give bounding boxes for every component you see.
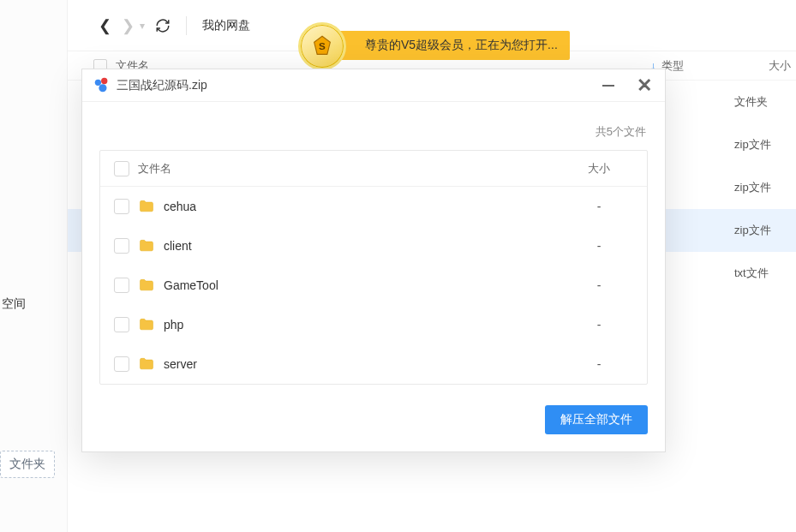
row-checkbox[interactable]: [114, 199, 129, 214]
refresh-icon[interactable]: [155, 18, 171, 33]
close-icon[interactable]: ✕: [634, 75, 655, 96]
row-type: zip文件: [734, 180, 771, 195]
vip-medal-icon: S: [298, 22, 346, 70]
folder-icon: [138, 237, 155, 254]
folder-icon: [138, 198, 155, 215]
row-type: zip文件: [734, 223, 771, 238]
row-type: txt文件: [734, 266, 769, 281]
row-name: php: [164, 318, 565, 332]
row-name: server: [164, 357, 565, 371]
list-item[interactable]: server -: [100, 344, 647, 384]
modal-title: 三国战纪源码.zip: [117, 78, 207, 93]
minimize-icon[interactable]: [598, 75, 619, 96]
row-checkbox[interactable]: [114, 238, 129, 254]
svg-point-1: [95, 79, 101, 85]
modal-table-header: 文件名 大小: [100, 151, 647, 187]
row-name: GameTool: [164, 278, 565, 292]
modal-select-all-checkbox[interactable]: [114, 161, 129, 176]
list-item[interactable]: cehua -: [100, 187, 647, 226]
nav-forward-icon[interactable]: ❯: [117, 13, 140, 39]
folder-icon: [138, 277, 155, 294]
zip-preview-modal: 三国战纪源码.zip ✕ 共5个文件 文件名 大小 cehua -: [81, 69, 666, 452]
list-item[interactable]: php -: [100, 305, 647, 344]
svg-text:S: S: [319, 40, 326, 51]
row-size: -: [565, 200, 633, 213]
breadcrumb[interactable]: 我的网盘: [202, 18, 250, 33]
list-item[interactable]: client -: [100, 226, 647, 266]
column-size[interactable]: 大小: [745, 58, 796, 74]
list-item[interactable]: GameTool -: [100, 266, 647, 305]
modal-summary: 共5个文件: [82, 102, 665, 150]
row-size: -: [565, 318, 633, 332]
vip-banner-text: 尊贵的V5超级会员，正在为您打开...: [365, 38, 558, 53]
svg-point-3: [99, 84, 106, 92]
row-type: zip文件: [734, 137, 771, 152]
modal-footer: 解压全部文件: [82, 398, 665, 451]
row-checkbox[interactable]: [114, 317, 129, 332]
folder-icon: [138, 316, 155, 333]
nav-back-icon[interactable]: ❮: [93, 13, 117, 39]
row-size: -: [565, 278, 633, 292]
row-size: -: [565, 357, 633, 371]
row-name: client: [164, 239, 565, 253]
row-name: cehua: [164, 200, 565, 213]
modal-titlebar: 三国战纪源码.zip ✕: [82, 69, 665, 102]
row-checkbox[interactable]: [114, 278, 129, 293]
svg-point-2: [101, 77, 107, 83]
row-type: 文件夹: [734, 94, 768, 110]
folder-icon: [138, 356, 155, 373]
row-size: -: [565, 239, 633, 253]
modal-col-name[interactable]: 文件名: [138, 161, 565, 176]
sidebar-space-label: 空间: [2, 296, 26, 312]
baidu-logo-icon: [93, 76, 111, 95]
row-checkbox[interactable]: [114, 356, 129, 372]
modal-file-table: 文件名 大小 cehua - client - GameTool -: [99, 150, 648, 385]
left-sidebar: 空间 文件夹: [0, 0, 69, 532]
nav-more-icon[interactable]: ▾: [140, 16, 145, 35]
new-folder-button[interactable]: 文件夹: [0, 451, 55, 478]
toolbar-divider: [186, 16, 187, 35]
modal-col-size[interactable]: 大小: [565, 161, 633, 176]
vip-banner: S 尊贵的V5超级会员，正在为您打开...: [326, 31, 570, 60]
extract-all-button[interactable]: 解压全部文件: [545, 405, 648, 434]
